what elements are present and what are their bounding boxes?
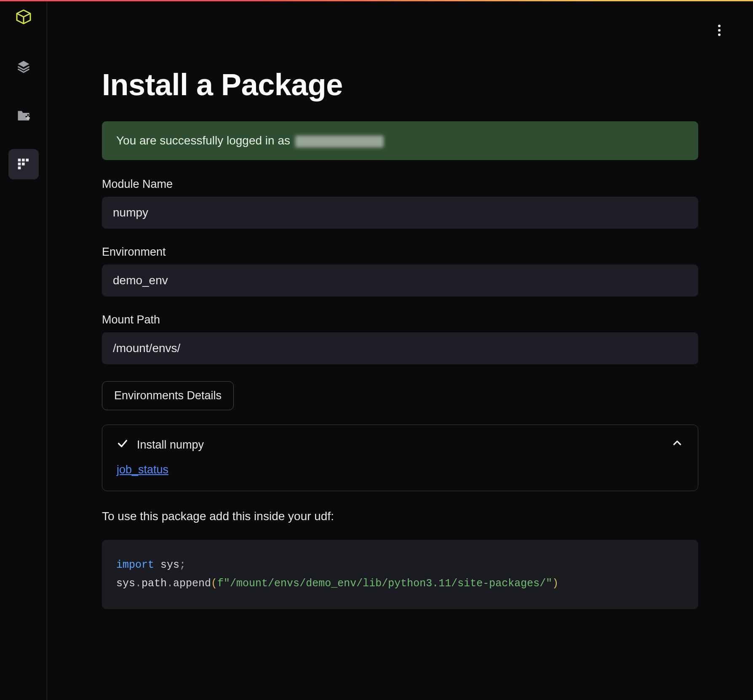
job-status-link[interactable]: job_status (117, 463, 168, 476)
svg-rect-10 (18, 166, 21, 169)
code-token: . (135, 577, 142, 590)
redacted-username (295, 136, 384, 147)
code-token: ) (552, 577, 558, 590)
mount-path-label: Mount Path (102, 313, 698, 326)
collapse-toggle[interactable] (672, 438, 683, 450)
code-token: append (173, 577, 211, 590)
nav-layers[interactable] (8, 51, 39, 82)
check-icon (117, 438, 128, 452)
main-content: Install a Package You are successfully l… (47, 0, 753, 700)
svg-rect-5 (18, 159, 21, 162)
module-name-input[interactable] (102, 197, 698, 229)
page-title: Install a Package (102, 67, 698, 102)
code-token: ; (179, 559, 186, 571)
code-token: . (167, 577, 173, 590)
banner-text: You are successfully logged in as (116, 134, 294, 147)
more-menu-button[interactable] (711, 22, 728, 39)
sidebar (0, 0, 47, 700)
code-token: f"/mount/envs/demo_env/lib/python3.11/si… (217, 577, 552, 590)
svg-rect-8 (18, 163, 21, 166)
login-success-banner: You are successfully logged in as (102, 121, 698, 160)
environment-label: Environment (102, 246, 698, 259)
svg-rect-9 (22, 163, 25, 166)
accent-bar (0, 0, 753, 1)
svg-rect-7 (26, 159, 29, 162)
code-token: sys (116, 577, 135, 590)
module-name-label: Module Name (102, 178, 698, 191)
code-snippet: import sys; sys.path.append(f"/mount/env… (102, 540, 698, 609)
nav-folder-plus[interactable] (8, 100, 39, 131)
nav-grid[interactable] (8, 149, 39, 179)
svg-rect-4 (27, 116, 29, 120)
svg-rect-6 (22, 159, 25, 162)
code-token: ( (211, 577, 217, 590)
code-token: path (142, 577, 167, 590)
code-token: import (116, 559, 154, 571)
code-token: sys (154, 559, 179, 571)
svg-point-13 (718, 33, 721, 36)
mount-path-input[interactable] (102, 332, 698, 364)
usage-hint: To use this package add this inside your… (102, 510, 698, 523)
install-status-label: Install numpy (137, 438, 204, 452)
svg-point-12 (718, 29, 721, 32)
install-status-card: Install numpy job_status (102, 425, 698, 491)
environments-details-button[interactable]: Environments Details (102, 381, 234, 410)
svg-point-11 (718, 24, 721, 27)
app-logo[interactable] (13, 8, 34, 28)
environment-input[interactable] (102, 265, 698, 297)
